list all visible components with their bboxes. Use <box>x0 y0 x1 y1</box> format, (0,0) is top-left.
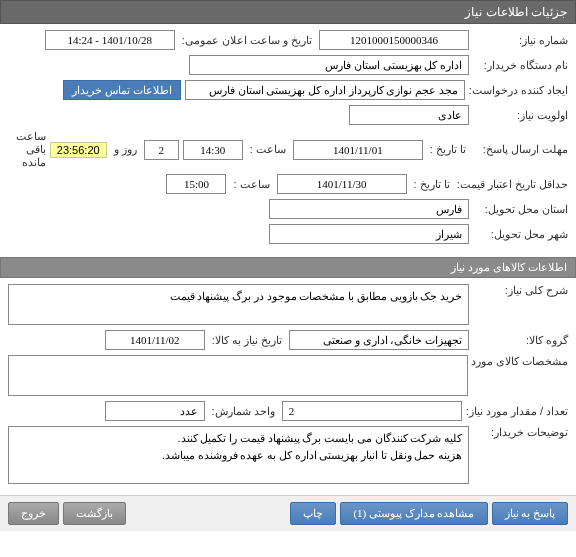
creator-label: ایجاد کننده درخواست: <box>469 84 568 97</box>
group-label: گروه کالا: <box>473 334 568 347</box>
unit-field[interactable] <box>105 401 205 421</box>
announce-date-field[interactable] <box>45 30 175 50</box>
footer-toolbar: پاسخ به نیاز مشاهده مدارک پیوستی (1) چاپ… <box>0 495 576 531</box>
page-header: جزئیات اطلاعات نیاز <box>0 0 576 24</box>
deadline-label: مهلت ارسال پاسخ: <box>473 143 568 156</box>
countdown-box: 23:56:20 <box>50 142 107 158</box>
goods-section: شرح کلی نیاز: گروه کالا: تاریخ نیاز به ک… <box>0 278 576 495</box>
desc-field[interactable] <box>8 284 469 325</box>
group-field[interactable] <box>289 330 469 350</box>
city-label: شهر محل تحویل: <box>473 228 568 241</box>
need-number-field[interactable] <box>319 30 469 50</box>
remaining-label: ساعت باقی مانده <box>8 130 46 169</box>
validity-date-field[interactable] <box>277 174 407 194</box>
deadline-date-field[interactable] <box>293 140 423 160</box>
need-date-label: تاریخ نیاز به کالا: <box>209 334 285 347</box>
footer-spacer <box>130 502 286 525</box>
buyer-field[interactable] <box>189 55 469 75</box>
buyer-label: نام دستگاه خریدار: <box>473 59 568 72</box>
announce-label: تاریخ و ساعت اعلان عمومی: <box>179 34 315 47</box>
province-field[interactable] <box>269 199 469 219</box>
days-unit: روز و <box>111 143 140 156</box>
page-title: جزئیات اطلاعات نیاز <box>465 5 567 19</box>
notes-field[interactable] <box>8 426 469 484</box>
days-field[interactable] <box>144 140 179 160</box>
view-attachments-button[interactable]: مشاهده مدارک پیوستی (1) <box>340 502 487 525</box>
city-field[interactable] <box>269 224 469 244</box>
validity-label: حداقل تاریخ اعتبار قیمت: <box>457 178 568 191</box>
goods-section-header: اطلاعات کالاهای مورد نیاز <box>0 257 576 278</box>
time-label-2: ساعت : <box>230 178 272 191</box>
validity-time-field[interactable] <box>166 174 226 194</box>
spec-field[interactable] <box>8 355 468 396</box>
goods-section-title: اطلاعات کالاهای مورد نیاز <box>451 261 567 273</box>
province-label: استان محل تحویل: <box>473 203 568 216</box>
exit-button[interactable]: خروج <box>8 502 59 525</box>
print-button[interactable]: چاپ <box>290 502 336 525</box>
spec-label: مشخصات کالای مورد نیاز: <box>472 355 568 368</box>
qty-label: تعداد / مقدار مورد نیاز: <box>466 405 568 418</box>
notes-label: توضیحات خریدار: <box>473 426 568 439</box>
desc-label: شرح کلی نیاز: <box>473 284 568 297</box>
respond-button[interactable]: پاسخ به نیاز <box>492 502 569 525</box>
creator-field[interactable] <box>185 80 465 100</box>
deadline-time-field[interactable] <box>183 140 243 160</box>
contact-buyer-button[interactable]: اطلاعات تماس خریدار <box>63 80 181 100</box>
need-number-label: شماره نیاز: <box>473 34 568 47</box>
need-info-section: شماره نیاز: تاریخ و ساعت اعلان عمومی: نا… <box>0 24 576 255</box>
unit-label: واحد شمارش: <box>209 405 278 418</box>
time-label-1: ساعت : <box>247 143 289 156</box>
qty-field[interactable] <box>282 401 462 421</box>
priority-field[interactable] <box>349 105 469 125</box>
to-date-label-1: تا تاریخ : <box>427 143 469 156</box>
back-button[interactable]: بازگشت <box>63 502 126 525</box>
to-date-label-2: تا تاریخ : <box>411 178 453 191</box>
need-date-field[interactable] <box>105 330 205 350</box>
priority-label: اولویت نیاز: <box>473 109 568 122</box>
